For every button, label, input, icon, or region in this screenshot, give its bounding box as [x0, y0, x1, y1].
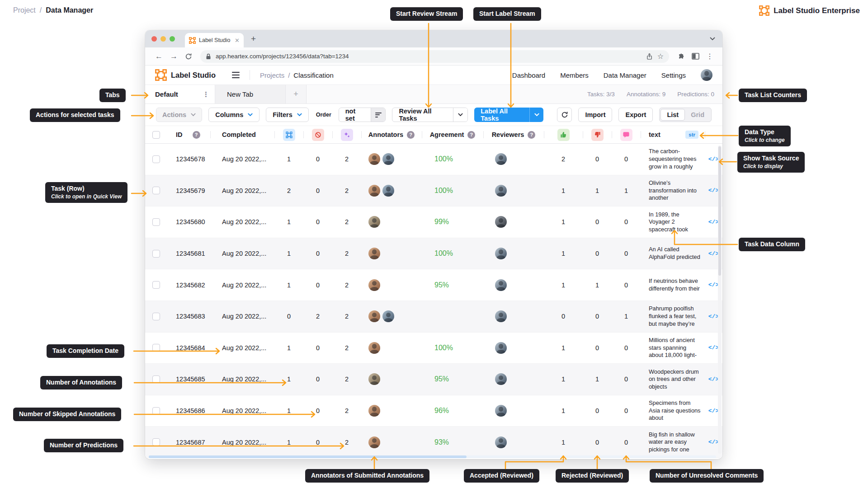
avatar[interactable] — [368, 310, 380, 322]
col-id[interactable]: ID — [176, 131, 183, 138]
avatar[interactable] — [368, 436, 380, 448]
back-icon[interactable]: ← — [155, 52, 163, 61]
col-text[interactable]: text — [649, 131, 660, 139]
help-icon[interactable]: ? — [193, 131, 200, 139]
task-source-icon[interactable]: </> — [708, 250, 719, 257]
select-all-checkbox[interactable] — [152, 131, 160, 139]
avatar[interactable] — [368, 279, 380, 291]
minimize-window-icon[interactable] — [160, 36, 166, 42]
avatar[interactable] — [368, 153, 380, 165]
table-row[interactable]: 12345684 Aug 20 2022,... 1 0 2 100% 1 0 … — [145, 333, 722, 364]
table-row[interactable]: 12345679 Aug 20 2022,... 2 0 2 100% 1 1 … — [145, 175, 722, 207]
avatar[interactable] — [368, 185, 380, 197]
label-options-chevron[interactable] — [529, 108, 543, 122]
help-icon[interactable]: ? — [407, 131, 415, 139]
task-source-icon[interactable]: </> — [708, 376, 719, 383]
table-row[interactable]: 12345685 Aug 20 2022,... 1 0 2 95% 1 1 0… — [145, 364, 722, 395]
row-checkbox[interactable] — [152, 438, 160, 446]
comments-column-icon[interactable] — [620, 129, 632, 141]
filters-button[interactable]: Filters — [266, 108, 309, 122]
row-checkbox[interactable] — [152, 281, 160, 289]
hamburger-menu-icon[interactable] — [232, 72, 240, 78]
nav-members[interactable]: Members — [560, 71, 589, 79]
row-checkbox[interactable] — [152, 407, 160, 415]
avatar[interactable] — [368, 248, 380, 259]
avatar[interactable] — [382, 153, 394, 165]
table-row[interactable]: 12345680 Aug 20 2022,... 1 0 2 99% 1 0 0… — [145, 206, 722, 238]
tab-new-tab[interactable]: New Tab — [215, 85, 286, 103]
rejected-column-icon[interactable] — [591, 129, 604, 141]
task-source-icon[interactable]: </> — [708, 219, 719, 225]
table-row[interactable]: 12345683 Aug 20 2022,... 0 2 2 0 0 1 Pah… — [145, 301, 722, 333]
row-checkbox[interactable] — [152, 187, 160, 194]
task-source-icon[interactable]: </> — [708, 439, 719, 446]
table-row[interactable]: 12345681 Aug 20 2022,... 1 0 2 100% 1 0 … — [145, 238, 722, 270]
export-button[interactable]: Export — [618, 108, 653, 122]
row-checkbox[interactable] — [152, 313, 160, 320]
predictions-column-icon[interactable] — [341, 129, 353, 141]
order-value[interactable]: not set — [339, 108, 371, 122]
reload-icon[interactable] — [185, 53, 192, 60]
avatar[interactable] — [368, 405, 380, 417]
task-source-icon[interactable]: </> — [708, 344, 719, 351]
tab-options-icon[interactable]: ⋮ — [203, 90, 209, 99]
app-logo-text[interactable]: Label Studio — [171, 71, 216, 80]
user-avatar[interactable] — [701, 69, 712, 81]
avatar[interactable] — [368, 216, 380, 228]
order-control[interactable]: not set — [339, 108, 386, 122]
add-tab-button[interactable]: + — [286, 85, 307, 103]
task-source-icon[interactable]: </> — [708, 408, 719, 414]
skipped-column-icon[interactable] — [312, 129, 324, 141]
help-icon[interactable]: ? — [467, 131, 475, 139]
label-all-tasks-button[interactable]: Label All Tasks — [474, 108, 529, 122]
browser-menu-icon[interactable]: ⋮ — [706, 52, 713, 61]
browser-tab[interactable]: Label Studio ✕ — [185, 33, 244, 47]
window-controls[interactable] — [151, 36, 175, 42]
nav-data-manager[interactable]: Data Manager — [604, 71, 646, 79]
avatar[interactable] — [495, 342, 507, 354]
vertical-scrollbar[interactable] — [718, 145, 722, 454]
nav-dashboard[interactable]: Dashboard — [512, 71, 545, 79]
close-window-icon[interactable] — [151, 36, 157, 42]
avatar[interactable] — [495, 185, 507, 197]
task-source-icon[interactable]: </> — [708, 313, 719, 320]
forward-icon[interactable]: → — [170, 52, 178, 61]
data-type-badge[interactable]: str — [685, 131, 698, 139]
columns-button[interactable]: Columns — [208, 108, 259, 122]
table-row[interactable]: 12345682 Aug 20 2022,... 1 0 2 95% 1 1 0… — [145, 269, 722, 301]
url-field[interactable]: app.heartex.com/projects/123456/data?tab… — [200, 50, 669, 63]
task-source-icon[interactable]: </> — [708, 187, 719, 194]
actions-button[interactable]: Actions — [156, 108, 202, 122]
avatar[interactable] — [495, 216, 507, 228]
nav-settings[interactable]: Settings — [661, 71, 686, 79]
bookmark-star-icon[interactable]: ☆ — [657, 52, 664, 61]
task-source-icon[interactable]: </> — [708, 282, 719, 288]
grid-view-button[interactable]: Grid — [685, 111, 710, 118]
extensions-icon[interactable] — [677, 52, 685, 60]
breadcrumb-projects[interactable]: Projects — [260, 71, 284, 79]
row-checkbox[interactable] — [152, 250, 160, 258]
sort-direction-button[interactable] — [371, 108, 385, 122]
import-button[interactable]: Import — [578, 108, 612, 122]
side-panel-icon[interactable] — [692, 53, 699, 60]
avatar[interactable] — [495, 248, 507, 259]
avatar[interactable] — [495, 405, 507, 417]
breadcrumb-parent[interactable]: Project — [13, 6, 36, 14]
row-checkbox[interactable] — [152, 344, 160, 352]
row-checkbox[interactable] — [152, 155, 160, 163]
avatar[interactable] — [495, 153, 507, 165]
accepted-column-icon[interactable] — [557, 129, 570, 141]
horizontal-scrollbar[interactable] — [149, 455, 716, 458]
avatar[interactable] — [495, 373, 507, 385]
table-row[interactable]: 12345687 Aug 20 2022,... 1 0 2 93% 1 0 0… — [145, 427, 722, 458]
avatar[interactable] — [382, 185, 394, 197]
avatar[interactable] — [368, 342, 380, 354]
table-row[interactable]: 12345686 Aug 20 2022,... 1 0 2 96% 1 0 0… — [145, 395, 722, 427]
annotations-column-icon[interactable] — [283, 129, 295, 141]
tabstrip-chevron-icon[interactable] — [710, 37, 715, 41]
task-source-icon[interactable]: </> — [708, 156, 719, 163]
refresh-button[interactable] — [557, 108, 572, 122]
close-tab-icon[interactable]: ✕ — [235, 37, 240, 44]
tab-default[interactable]: Default ⋮ — [145, 85, 215, 103]
col-annotators[interactable]: Annotators — [368, 131, 403, 138]
